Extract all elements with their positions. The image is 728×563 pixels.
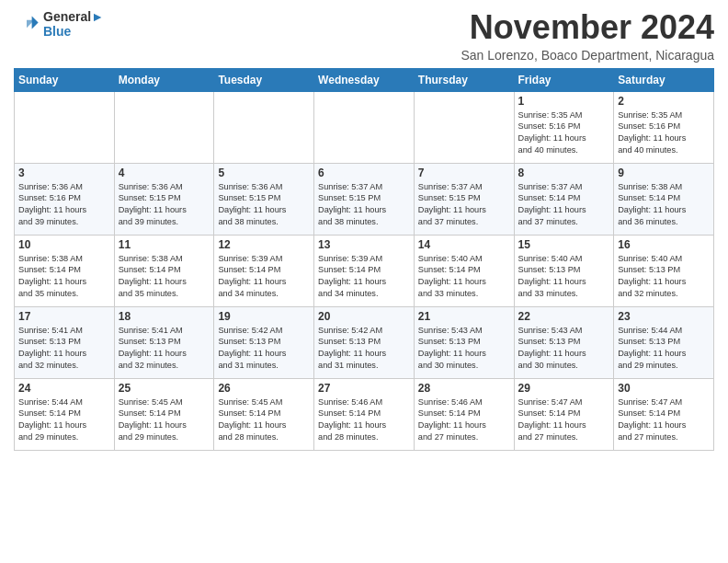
month-title: November 2024 — [461, 9, 715, 46]
day-info: Sunrise: 5:42 AM Sunset: 5:13 PM Dayligh… — [218, 325, 310, 373]
day-number: 18 — [119, 310, 210, 323]
weekday-header-wednesday: Wednesday — [314, 68, 415, 91]
day-info: Sunrise: 5:43 AM Sunset: 5:13 PM Dayligh… — [518, 325, 610, 373]
calendar-cell: 21Sunrise: 5:43 AM Sunset: 5:13 PM Dayli… — [414, 306, 514, 378]
calendar-cell: 11Sunrise: 5:38 AM Sunset: 5:14 PM Dayli… — [114, 235, 214, 306]
day-info: Sunrise: 5:47 AM Sunset: 5:14 PM Dayligh… — [618, 396, 710, 444]
day-number: 28 — [418, 382, 510, 395]
day-info: Sunrise: 5:37 AM Sunset: 5:15 PM Dayligh… — [318, 181, 410, 229]
day-info: Sunrise: 5:45 AM Sunset: 5:14 PM Dayligh… — [119, 396, 210, 444]
day-info: Sunrise: 5:45 AM Sunset: 5:14 PM Dayligh… — [218, 396, 310, 444]
title-area: November 2024 San Lorenzo, Boaco Departm… — [461, 9, 715, 63]
day-info: Sunrise: 5:42 AM Sunset: 5:13 PM Dayligh… — [318, 325, 410, 373]
day-info: Sunrise: 5:38 AM Sunset: 5:14 PM Dayligh… — [618, 181, 710, 229]
day-info: Sunrise: 5:38 AM Sunset: 5:14 PM Dayligh… — [18, 253, 110, 301]
day-info: Sunrise: 5:39 AM Sunset: 5:14 PM Dayligh… — [218, 253, 310, 301]
calendar-cell: 17Sunrise: 5:41 AM Sunset: 5:13 PM Dayli… — [15, 306, 115, 378]
calendar-cell — [114, 91, 214, 163]
day-info: Sunrise: 5:40 AM Sunset: 5:13 PM Dayligh… — [518, 253, 610, 301]
calendar-table: SundayMondayTuesdayWednesdayThursdayFrid… — [14, 68, 714, 451]
day-info: Sunrise: 5:40 AM Sunset: 5:14 PM Dayligh… — [418, 253, 510, 301]
day-info: Sunrise: 5:36 AM Sunset: 5:15 PM Dayligh… — [218, 181, 310, 229]
day-number: 21 — [418, 310, 510, 323]
calendar-cell — [214, 91, 314, 163]
calendar-cell: 6Sunrise: 5:37 AM Sunset: 5:15 PM Daylig… — [314, 163, 415, 235]
day-number: 10 — [18, 238, 110, 251]
day-number: 4 — [119, 167, 210, 179]
day-number: 9 — [618, 167, 710, 179]
day-number: 23 — [618, 310, 710, 323]
calendar-cell: 5Sunrise: 5:36 AM Sunset: 5:15 PM Daylig… — [214, 163, 314, 235]
calendar-cell: 19Sunrise: 5:42 AM Sunset: 5:13 PM Dayli… — [214, 306, 314, 378]
calendar-cell — [15, 91, 115, 163]
day-number: 12 — [218, 238, 310, 251]
page: General► Blue November 2024 San Lorenzo,… — [0, 0, 728, 460]
day-info: Sunrise: 5:41 AM Sunset: 5:13 PM Dayligh… — [119, 325, 210, 373]
day-number: 26 — [218, 382, 310, 395]
calendar-cell: 26Sunrise: 5:45 AM Sunset: 5:14 PM Dayli… — [214, 378, 314, 450]
calendar-week-row: 10Sunrise: 5:38 AM Sunset: 5:14 PM Dayli… — [15, 235, 714, 306]
day-info: Sunrise: 5:35 AM Sunset: 5:16 PM Dayligh… — [618, 109, 710, 157]
calendar-cell: 15Sunrise: 5:40 AM Sunset: 5:13 PM Dayli… — [514, 235, 614, 306]
calendar-cell: 3Sunrise: 5:36 AM Sunset: 5:16 PM Daylig… — [15, 163, 115, 235]
calendar-cell: 13Sunrise: 5:39 AM Sunset: 5:14 PM Dayli… — [314, 235, 415, 306]
logo-icon — [14, 11, 40, 37]
weekday-header-thursday: Thursday — [414, 68, 514, 91]
weekday-header-monday: Monday — [114, 68, 214, 91]
calendar-week-row: 1Sunrise: 5:35 AM Sunset: 5:16 PM Daylig… — [15, 91, 714, 163]
calendar-cell: 7Sunrise: 5:37 AM Sunset: 5:15 PM Daylig… — [414, 163, 514, 235]
day-number: 7 — [418, 167, 510, 179]
calendar-cell: 8Sunrise: 5:37 AM Sunset: 5:14 PM Daylig… — [514, 163, 614, 235]
day-number: 2 — [618, 95, 710, 108]
day-number: 22 — [518, 310, 610, 323]
day-number: 1 — [518, 95, 610, 108]
logo-text: General► Blue — [43, 9, 104, 39]
day-number: 13 — [318, 238, 410, 251]
day-info: Sunrise: 5:41 AM Sunset: 5:13 PM Dayligh… — [18, 325, 110, 373]
day-info: Sunrise: 5:46 AM Sunset: 5:14 PM Dayligh… — [418, 396, 510, 444]
logo-area: General► Blue — [14, 9, 104, 39]
day-info: Sunrise: 5:36 AM Sunset: 5:16 PM Dayligh… — [18, 181, 110, 229]
calendar-cell: 20Sunrise: 5:42 AM Sunset: 5:13 PM Dayli… — [314, 306, 415, 378]
calendar-cell: 4Sunrise: 5:36 AM Sunset: 5:15 PM Daylig… — [114, 163, 214, 235]
day-number: 15 — [518, 238, 610, 251]
day-info: Sunrise: 5:44 AM Sunset: 5:13 PM Dayligh… — [618, 325, 710, 373]
location-title: San Lorenzo, Boaco Department, Nicaragua — [461, 48, 715, 63]
calendar-cell: 28Sunrise: 5:46 AM Sunset: 5:14 PM Dayli… — [414, 378, 514, 450]
weekday-header-tuesday: Tuesday — [214, 68, 314, 91]
calendar-week-row: 17Sunrise: 5:41 AM Sunset: 5:13 PM Dayli… — [15, 306, 714, 378]
day-number: 24 — [18, 382, 110, 395]
day-number: 20 — [318, 310, 410, 323]
day-info: Sunrise: 5:35 AM Sunset: 5:16 PM Dayligh… — [518, 109, 610, 157]
day-info: Sunrise: 5:47 AM Sunset: 5:14 PM Dayligh… — [518, 396, 610, 444]
calendar-cell: 1Sunrise: 5:35 AM Sunset: 5:16 PM Daylig… — [514, 91, 614, 163]
calendar-cell: 14Sunrise: 5:40 AM Sunset: 5:14 PM Dayli… — [414, 235, 514, 306]
day-info: Sunrise: 5:38 AM Sunset: 5:14 PM Dayligh… — [119, 253, 210, 301]
header: General► Blue November 2024 San Lorenzo,… — [14, 9, 714, 63]
day-number: 29 — [518, 382, 610, 395]
day-info: Sunrise: 5:37 AM Sunset: 5:15 PM Dayligh… — [418, 181, 510, 229]
day-info: Sunrise: 5:37 AM Sunset: 5:14 PM Dayligh… — [518, 181, 610, 229]
weekday-header-sunday: Sunday — [15, 68, 115, 91]
day-number: 17 — [18, 310, 110, 323]
calendar-cell: 18Sunrise: 5:41 AM Sunset: 5:13 PM Dayli… — [114, 306, 214, 378]
calendar-cell: 27Sunrise: 5:46 AM Sunset: 5:14 PM Dayli… — [314, 378, 415, 450]
calendar-cell: 12Sunrise: 5:39 AM Sunset: 5:14 PM Dayli… — [214, 235, 314, 306]
calendar-cell: 25Sunrise: 5:45 AM Sunset: 5:14 PM Dayli… — [114, 378, 214, 450]
day-info: Sunrise: 5:43 AM Sunset: 5:13 PM Dayligh… — [418, 325, 510, 373]
calendar-cell: 30Sunrise: 5:47 AM Sunset: 5:14 PM Dayli… — [614, 378, 714, 450]
day-number: 5 — [218, 167, 310, 179]
calendar-cell: 29Sunrise: 5:47 AM Sunset: 5:14 PM Dayli… — [514, 378, 614, 450]
calendar-cell: 22Sunrise: 5:43 AM Sunset: 5:13 PM Dayli… — [514, 306, 614, 378]
day-number: 11 — [119, 238, 210, 251]
day-info: Sunrise: 5:39 AM Sunset: 5:14 PM Dayligh… — [318, 253, 410, 301]
day-info: Sunrise: 5:46 AM Sunset: 5:14 PM Dayligh… — [318, 396, 410, 444]
calendar-week-row: 24Sunrise: 5:44 AM Sunset: 5:14 PM Dayli… — [15, 378, 714, 450]
day-number: 19 — [218, 310, 310, 323]
calendar-cell — [414, 91, 514, 163]
day-number: 14 — [418, 238, 510, 251]
day-info: Sunrise: 5:44 AM Sunset: 5:14 PM Dayligh… — [18, 396, 110, 444]
calendar-cell — [314, 91, 415, 163]
day-number: 6 — [318, 167, 410, 179]
weekday-header-friday: Friday — [514, 68, 614, 91]
